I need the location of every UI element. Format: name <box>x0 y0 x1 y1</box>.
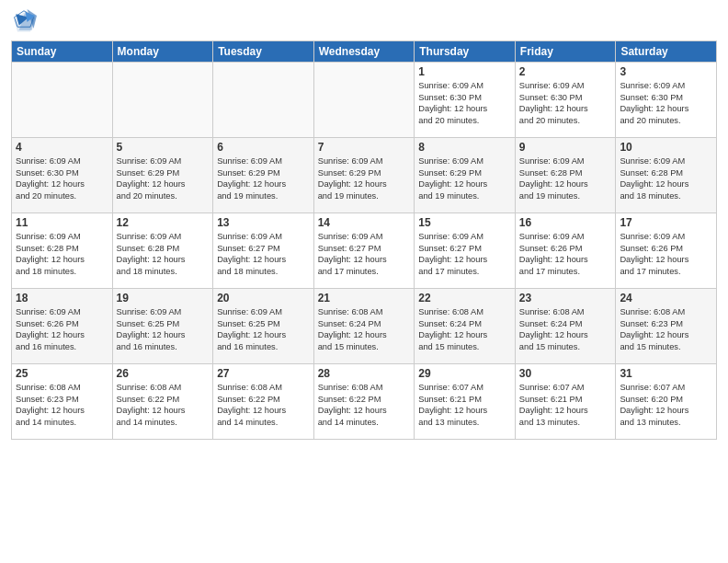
calendar-day-cell: 6Sunrise: 6:09 AMSunset: 6:29 PMDaylight… <box>213 138 314 213</box>
day-info: Sunrise: 6:08 AMSunset: 6:24 PMDaylight:… <box>418 306 511 352</box>
day-number: 15 <box>418 216 511 229</box>
calendar-day-cell: 4Sunrise: 6:09 AMSunset: 6:30 PMDaylight… <box>12 138 113 213</box>
day-info: Sunrise: 6:09 AMSunset: 6:27 PMDaylight:… <box>418 231 511 277</box>
calendar-day-cell: 13Sunrise: 6:09 AMSunset: 6:27 PMDayligh… <box>213 213 314 289</box>
calendar-day-cell: 2Sunrise: 6:09 AMSunset: 6:30 PMDaylight… <box>515 63 616 138</box>
day-number: 28 <box>318 367 411 380</box>
day-number: 5 <box>117 141 210 154</box>
calendar-day-cell: 21Sunrise: 6:08 AMSunset: 6:24 PMDayligh… <box>313 289 415 364</box>
day-number: 21 <box>318 292 411 304</box>
day-number: 20 <box>217 292 310 304</box>
day-info: Sunrise: 6:09 AMSunset: 6:28 PMDaylight:… <box>519 155 612 201</box>
day-info: Sunrise: 6:08 AMSunset: 6:24 PMDaylight:… <box>318 306 411 352</box>
day-info: Sunrise: 6:09 AMSunset: 6:26 PMDaylight:… <box>620 231 712 277</box>
day-info: Sunrise: 6:09 AMSunset: 6:28 PMDaylight:… <box>16 231 108 277</box>
day-info: Sunrise: 6:09 AMSunset: 6:29 PMDaylight:… <box>117 155 210 201</box>
day-number: 29 <box>418 367 511 380</box>
calendar-day-cell: 28Sunrise: 6:08 AMSunset: 6:22 PMDayligh… <box>313 364 415 440</box>
calendar-day-cell: 9Sunrise: 6:09 AMSunset: 6:28 PMDaylight… <box>515 138 616 213</box>
calendar-day-cell: 19Sunrise: 6:09 AMSunset: 6:25 PMDayligh… <box>112 289 213 364</box>
calendar-day-cell: 5Sunrise: 6:09 AMSunset: 6:29 PMDaylight… <box>112 138 213 213</box>
calendar-day-cell: 20Sunrise: 6:09 AMSunset: 6:25 PMDayligh… <box>213 289 314 364</box>
calendar-day-cell: 17Sunrise: 6:09 AMSunset: 6:26 PMDayligh… <box>616 213 717 289</box>
day-info: Sunrise: 6:08 AMSunset: 6:22 PMDaylight:… <box>318 382 411 428</box>
calendar-day-cell: 10Sunrise: 6:09 AMSunset: 6:28 PMDayligh… <box>616 138 717 213</box>
calendar-container: SundayMondayTuesdayWednesdayThursdayFrid… <box>0 0 728 563</box>
day-info: Sunrise: 6:09 AMSunset: 6:25 PMDaylight:… <box>117 306 210 352</box>
calendar-day-header: Thursday <box>415 41 516 63</box>
calendar-day-header: Friday <box>515 41 616 63</box>
calendar-header-row: SundayMondayTuesdayWednesdayThursdayFrid… <box>12 41 717 63</box>
calendar-day-cell: 29Sunrise: 6:07 AMSunset: 6:21 PMDayligh… <box>415 364 516 440</box>
day-number: 6 <box>217 141 310 154</box>
calendar-day-cell: 23Sunrise: 6:08 AMSunset: 6:24 PMDayligh… <box>515 289 616 364</box>
calendar-day-cell: 31Sunrise: 6:07 AMSunset: 6:20 PMDayligh… <box>616 364 717 440</box>
calendar-week-row: 18Sunrise: 6:09 AMSunset: 6:26 PMDayligh… <box>12 289 717 364</box>
calendar-day-cell: 22Sunrise: 6:08 AMSunset: 6:24 PMDayligh… <box>415 289 516 364</box>
day-number: 30 <box>519 367 612 380</box>
day-info: Sunrise: 6:07 AMSunset: 6:21 PMDaylight:… <box>519 382 612 428</box>
day-info: Sunrise: 6:08 AMSunset: 6:23 PMDaylight:… <box>620 306 712 352</box>
calendar-day-cell: 15Sunrise: 6:09 AMSunset: 6:27 PMDayligh… <box>415 213 516 289</box>
day-info: Sunrise: 6:09 AMSunset: 6:28 PMDaylight:… <box>117 231 210 277</box>
calendar-week-row: 11Sunrise: 6:09 AMSunset: 6:28 PMDayligh… <box>12 213 717 289</box>
calendar-day-header: Saturday <box>616 41 717 63</box>
day-number: 24 <box>620 292 712 304</box>
day-number: 7 <box>318 141 411 154</box>
day-number: 22 <box>418 292 511 304</box>
calendar-week-row: 25Sunrise: 6:08 AMSunset: 6:23 PMDayligh… <box>12 364 717 440</box>
day-number: 12 <box>117 216 210 229</box>
day-info: Sunrise: 6:09 AMSunset: 6:30 PMDaylight:… <box>16 155 108 201</box>
calendar-week-row: 1Sunrise: 6:09 AMSunset: 6:30 PMDaylight… <box>12 63 717 138</box>
day-number: 1 <box>418 65 511 78</box>
calendar-day-cell: 18Sunrise: 6:09 AMSunset: 6:26 PMDayligh… <box>12 289 113 364</box>
header <box>11 9 717 35</box>
calendar-day-header: Monday <box>112 41 213 63</box>
day-info: Sunrise: 6:08 AMSunset: 6:22 PMDaylight:… <box>217 382 310 428</box>
calendar-day-cell: 3Sunrise: 6:09 AMSunset: 6:30 PMDaylight… <box>616 63 717 138</box>
calendar-day-cell: 7Sunrise: 6:09 AMSunset: 6:29 PMDaylight… <box>313 138 415 213</box>
day-info: Sunrise: 6:09 AMSunset: 6:26 PMDaylight:… <box>16 306 108 352</box>
calendar-day-cell: 27Sunrise: 6:08 AMSunset: 6:22 PMDayligh… <box>213 364 314 440</box>
day-info: Sunrise: 6:09 AMSunset: 6:26 PMDaylight:… <box>519 231 612 277</box>
day-number: 4 <box>16 141 108 154</box>
day-number: 26 <box>117 367 210 380</box>
calendar-day-cell: 1Sunrise: 6:09 AMSunset: 6:30 PMDaylight… <box>415 63 516 138</box>
calendar-day-cell <box>213 63 314 138</box>
day-info: Sunrise: 6:08 AMSunset: 6:24 PMDaylight:… <box>519 306 612 352</box>
calendar-day-cell: 14Sunrise: 6:09 AMSunset: 6:27 PMDayligh… <box>313 213 415 289</box>
day-number: 2 <box>519 65 612 78</box>
day-number: 10 <box>620 141 712 154</box>
calendar-day-header: Wednesday <box>313 41 415 63</box>
day-info: Sunrise: 6:09 AMSunset: 6:30 PMDaylight:… <box>418 80 511 126</box>
day-info: Sunrise: 6:09 AMSunset: 6:28 PMDaylight:… <box>620 155 712 201</box>
day-number: 18 <box>16 292 108 304</box>
day-info: Sunrise: 6:09 AMSunset: 6:25 PMDaylight:… <box>217 306 310 352</box>
calendar-day-cell: 25Sunrise: 6:08 AMSunset: 6:23 PMDayligh… <box>12 364 113 440</box>
day-number: 16 <box>519 216 612 229</box>
day-number: 13 <box>217 216 310 229</box>
day-info: Sunrise: 6:09 AMSunset: 6:27 PMDaylight:… <box>217 231 310 277</box>
day-info: Sunrise: 6:09 AMSunset: 6:29 PMDaylight:… <box>418 155 511 201</box>
day-number: 27 <box>217 367 310 380</box>
logo-icon <box>11 9 37 35</box>
calendar-day-cell: 11Sunrise: 6:09 AMSunset: 6:28 PMDayligh… <box>12 213 113 289</box>
calendar-day-cell: 24Sunrise: 6:08 AMSunset: 6:23 PMDayligh… <box>616 289 717 364</box>
day-info: Sunrise: 6:09 AMSunset: 6:29 PMDaylight:… <box>217 155 310 201</box>
day-number: 19 <box>117 292 210 304</box>
day-number: 11 <box>16 216 108 229</box>
day-info: Sunrise: 6:08 AMSunset: 6:23 PMDaylight:… <box>16 382 108 428</box>
day-number: 23 <box>519 292 612 304</box>
calendar-day-cell: 26Sunrise: 6:08 AMSunset: 6:22 PMDayligh… <box>112 364 213 440</box>
day-info: Sunrise: 6:09 AMSunset: 6:27 PMDaylight:… <box>318 231 411 277</box>
day-number: 14 <box>318 216 411 229</box>
logo <box>11 9 40 35</box>
calendar-day-cell: 12Sunrise: 6:09 AMSunset: 6:28 PMDayligh… <box>112 213 213 289</box>
day-number: 9 <box>519 141 612 154</box>
calendar-table: SundayMondayTuesdayWednesdayThursdayFrid… <box>11 40 717 440</box>
calendar-day-cell: 30Sunrise: 6:07 AMSunset: 6:21 PMDayligh… <box>515 364 616 440</box>
day-number: 17 <box>620 216 712 229</box>
calendar-day-header: Sunday <box>12 41 113 63</box>
day-number: 8 <box>418 141 511 154</box>
calendar-day-cell <box>112 63 213 138</box>
